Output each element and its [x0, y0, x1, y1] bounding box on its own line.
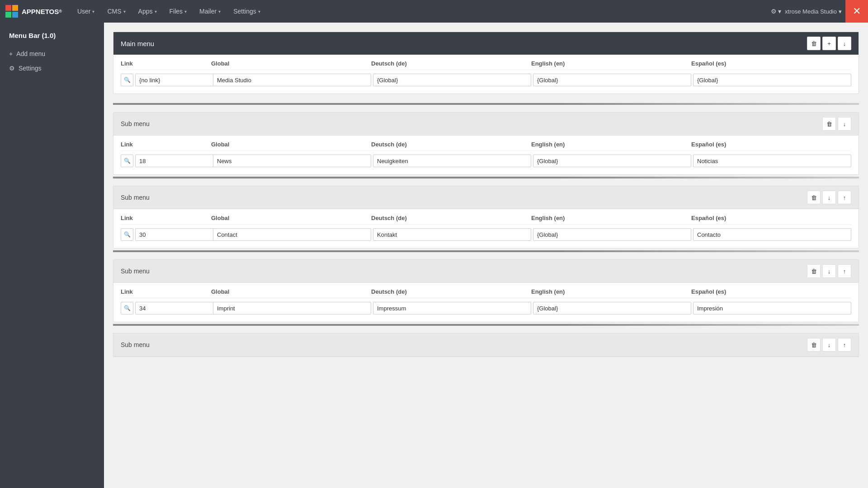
nav-item-files[interactable]: Files ▾: [163, 0, 193, 23]
submenu-0-link-cell: 🔍: [121, 155, 211, 167]
submenu-col-headers-0: Link Global Deutsch (de) English (en) Es…: [121, 141, 851, 151]
submenu-1-link-cell: 🔍: [121, 228, 211, 241]
submenu-title-0: Sub menu: [121, 120, 150, 127]
main-menu-row: 🔍: [121, 74, 851, 86]
col-english: English (en): [531, 141, 691, 148]
submenu-1-global-input[interactable]: [213, 228, 371, 241]
submenu-header-3: Sub menu 🗑 ↓ ↑: [113, 333, 859, 357]
submenu-2-down-button[interactable]: ↓: [822, 264, 836, 278]
col-link: Link: [121, 141, 211, 148]
main-menu-delete-button[interactable]: 🗑: [807, 37, 821, 50]
submenu-1-up-button[interactable]: ↑: [838, 191, 851, 204]
separator-1: [113, 103, 859, 105]
main-menu-link-input[interactable]: [135, 74, 219, 86]
submenu-2-espanol-input[interactable]: [693, 302, 851, 314]
col-espanol: Español (es): [691, 60, 851, 67]
page-layout: Menu Bar (1.0) + Add menu ⚙ Settings Mai…: [0, 23, 868, 488]
submenu-0-delete-button[interactable]: 🗑: [822, 117, 836, 131]
caret-icon: ▾: [123, 9, 126, 14]
svg-rect-2: [5, 12, 11, 18]
submenu-1-deutsch-input[interactable]: [373, 228, 531, 241]
submenu-2-link-input[interactable]: [135, 302, 219, 314]
sidebar: Menu Bar (1.0) + Add menu ⚙ Settings: [0, 23, 104, 488]
add-menu-label: Add menu: [16, 50, 45, 57]
submenu-1-down-button[interactable]: ↓: [822, 191, 836, 204]
nav-item-cms[interactable]: CMS ▾: [101, 0, 132, 23]
nav-item-user[interactable]: User ▾: [71, 0, 101, 23]
submenu-0-deutsch-input[interactable]: [373, 155, 531, 167]
submenu-3-down-button[interactable]: ↓: [822, 338, 836, 352]
sidebar-add-menu[interactable]: + Add menu: [0, 47, 104, 61]
svg-rect-3: [12, 12, 18, 18]
submenu-0-english-input[interactable]: [533, 155, 691, 167]
submenu-1-link-input[interactable]: [135, 228, 219, 241]
main-menu-down-button[interactable]: ↓: [838, 37, 851, 50]
col-english: English (en): [531, 60, 691, 67]
submenu-1-search-button[interactable]: 🔍: [121, 228, 133, 241]
submenu-actions-2: 🗑 ↓ ↑: [807, 264, 851, 278]
submenu-1-english-input[interactable]: [533, 228, 691, 241]
nav-item-settings[interactable]: Settings ▾: [227, 0, 267, 23]
nav-item-mailer[interactable]: Mailer ▾: [193, 0, 227, 23]
submenu-1-delete-button[interactable]: 🗑: [807, 191, 821, 204]
col-espanol: Español (es): [691, 215, 851, 221]
submenu-3-delete-button[interactable]: 🗑: [807, 338, 821, 352]
main-menu-deutsch-input[interactable]: [373, 74, 531, 86]
submenu-2-deutsch-input[interactable]: [373, 302, 531, 314]
submenu-2-link-cell: 🔍: [121, 302, 211, 314]
brand-logo-link[interactable]: APPNETOS®: [5, 5, 62, 18]
submenu-0-link-input[interactable]: [135, 155, 219, 167]
submenu-1-espanol-input[interactable]: [693, 228, 851, 241]
separator-3: [113, 250, 859, 252]
submenu-header-0: Sub menu 🗑 ↓: [113, 113, 859, 136]
submenu-0-global-input[interactable]: [213, 155, 371, 167]
main-menu-english-input[interactable]: [533, 74, 691, 86]
submenu-2-english-input[interactable]: [533, 302, 691, 314]
submenu-0-espanol-input[interactable]: [693, 155, 851, 167]
col-deutsch: Deutsch (de): [371, 60, 531, 67]
submenu-table-1: Link Global Deutsch (de) English (en) Es…: [113, 209, 859, 248]
main-menu-global-input[interactable]: [213, 74, 371, 86]
col-english: English (en): [531, 215, 691, 221]
submenu-2-search-button[interactable]: 🔍: [121, 302, 133, 314]
submenu-2-delete-button[interactable]: 🗑: [807, 264, 821, 278]
caret-icon: ▾: [155, 9, 157, 14]
submenu-2-up-button[interactable]: ↑: [838, 264, 851, 278]
submenu-0-down-button[interactable]: ↓: [838, 117, 851, 131]
submenu-2-global-input[interactable]: [213, 302, 371, 314]
caret-icon: ▾: [184, 9, 187, 14]
main-menu-add-button[interactable]: +: [822, 37, 836, 50]
main-menu-table: Link Global Deutsch (de) English (en) Es…: [113, 55, 859, 94]
col-deutsch: Deutsch (de): [371, 215, 531, 221]
submenu-col-headers-1: Link Global Deutsch (de) English (en) Es…: [121, 215, 851, 225]
col-link: Link: [121, 215, 211, 221]
submenu-0-search-button[interactable]: 🔍: [121, 155, 133, 167]
nav-item-apps[interactable]: Apps ▾: [132, 0, 163, 23]
close-button[interactable]: ✕: [845, 0, 868, 23]
col-deutsch: Deutsch (de): [371, 288, 531, 295]
col-global: Global: [211, 141, 371, 148]
plus-icon: +: [9, 50, 13, 57]
main-menu-actions: 🗑 + ↓: [807, 37, 851, 50]
top-navbar: APPNETOS® User ▾ CMS ▾ Apps ▾ Files ▾ Ma…: [0, 0, 868, 23]
submenu-actions-0: 🗑 ↓: [822, 117, 851, 131]
settings-icon: ⚙: [9, 65, 15, 72]
col-espanol: Español (es): [691, 288, 851, 295]
gear-settings-button[interactable]: ⚙ ▾: [771, 8, 781, 15]
submenu-row-2: 🔍: [121, 302, 851, 314]
separator-4: [113, 324, 859, 326]
main-nav: User ▾ CMS ▾ Apps ▾ Files ▾ Mailer ▾ Set…: [71, 0, 771, 23]
main-menu-espanol-input[interactable]: [693, 74, 851, 86]
caret-icon: ▾: [218, 9, 221, 14]
col-global: Global: [211, 215, 371, 221]
brand-name: APPNETOS: [22, 8, 59, 15]
main-content: Main menu 🗑 + ↓ Link Global Deutsch (de)…: [104, 23, 868, 488]
submenu-actions-1: 🗑 ↓ ↑: [807, 191, 851, 204]
sidebar-settings[interactable]: ⚙ Settings: [0, 61, 104, 75]
submenu-header-2: Sub menu 🗑 ↓ ↑: [113, 260, 859, 283]
main-menu-search-button[interactable]: 🔍: [121, 74, 133, 86]
submenu-card-1: Sub menu 🗑 ↓ ↑ Link Global Deutsch (de) …: [113, 186, 859, 249]
submenu-3-up-button[interactable]: ↑: [838, 338, 851, 352]
studio-button[interactable]: xtrose Media Studio ▾: [785, 8, 842, 15]
submenu-table-2: Link Global Deutsch (de) English (en) Es…: [113, 283, 859, 322]
